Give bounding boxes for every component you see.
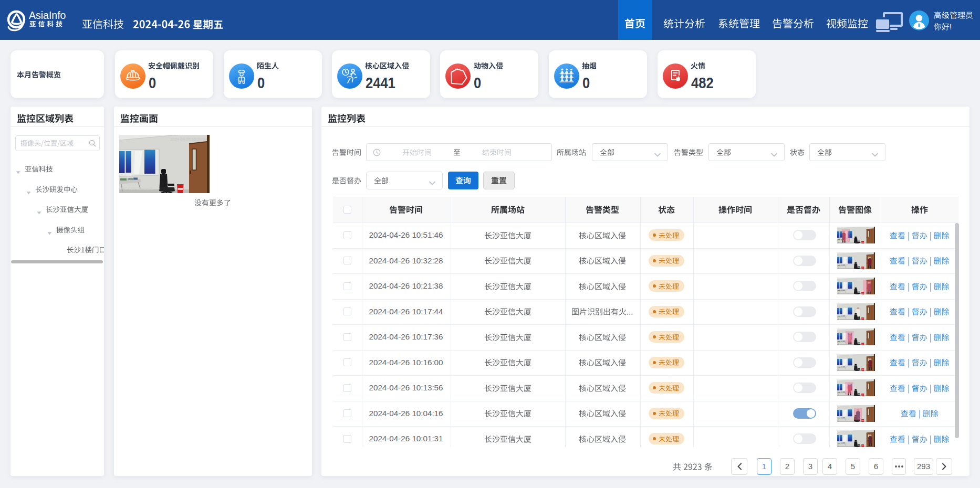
svg-text:IPC-C33 Camera01: IPC-C33 Camera01 — [121, 187, 153, 190]
svg-text:2024-04-26 15:20:04: 2024-04-26 15:20:04 — [170, 137, 207, 142]
